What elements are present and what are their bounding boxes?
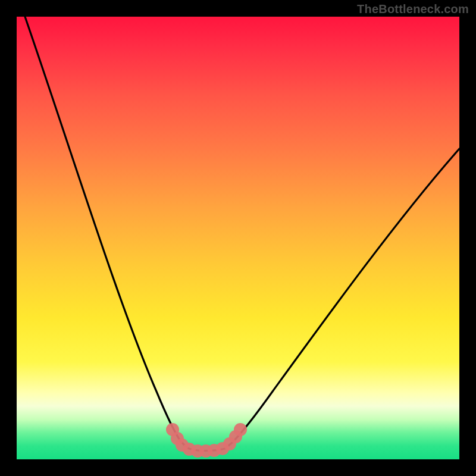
highlight-band <box>166 423 247 458</box>
curve-path <box>25 17 459 451</box>
svg-point-10 <box>234 423 247 436</box>
bottleneck-curve <box>17 17 459 459</box>
watermark-label: TheBottleneck.com <box>357 2 469 16</box>
chart-frame: TheBottleneck.com <box>0 0 476 476</box>
